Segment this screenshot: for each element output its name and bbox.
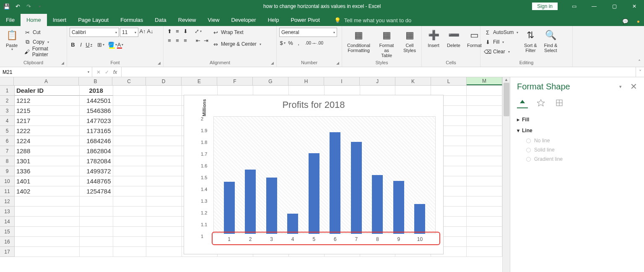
cell-C10[interactable] — [113, 176, 147, 186]
row-header-2[interactable]: 2 — [0, 96, 15, 106]
cell-A8[interactable]: 1301 — [15, 156, 80, 166]
cell-D8[interactable] — [146, 156, 182, 166]
column-header-A[interactable]: A — [14, 77, 79, 85]
name-box-dropdown-icon[interactable]: ▾ — [88, 70, 89, 74]
percent-format-icon[interactable]: % — [287, 39, 294, 46]
cell-B9[interactable]: 1499372 — [80, 166, 113, 176]
fx-icon[interactable]: fx — [113, 69, 117, 75]
name-box-input[interactable] — [3, 69, 88, 75]
row-header-7[interactable]: 7 — [0, 146, 15, 156]
save-icon[interactable]: 💾 — [3, 3, 10, 10]
tab-review[interactable]: Review — [172, 14, 202, 26]
cell-C7[interactable] — [113, 146, 147, 156]
column-header-E[interactable]: E — [182, 77, 217, 85]
column-header-F[interactable]: F — [217, 77, 253, 85]
cell-B3[interactable]: 1546386 — [80, 106, 113, 116]
cell-A15[interactable] — [15, 227, 80, 237]
row-header-10[interactable]: 10 — [0, 176, 15, 186]
bar-7[interactable] — [351, 142, 362, 234]
cell-C2[interactable] — [113, 96, 147, 106]
cell-A7[interactable]: 1288 — [15, 146, 80, 156]
conditional-formatting-button[interactable]: ▦Conditional Formatting — [345, 28, 373, 54]
cell-B6[interactable]: 1684246 — [80, 136, 113, 146]
cell-A13[interactable] — [15, 207, 80, 217]
cell-M7[interactable] — [467, 146, 502, 156]
tell-me[interactable]: 💡 Tell me what you want to do — [334, 17, 411, 26]
increase-font-icon[interactable]: A↑ — [139, 28, 146, 34]
pane-tab-fill-line[interactable] — [517, 97, 528, 108]
cell-C9[interactable] — [113, 166, 147, 176]
cell-A14[interactable] — [15, 217, 80, 227]
bold-button[interactable]: B — [70, 41, 76, 48]
cell-D7[interactable] — [146, 146, 182, 156]
tab-view[interactable]: View — [202, 14, 225, 26]
tab-developer[interactable]: Developer — [225, 14, 262, 26]
cell-A10[interactable]: 1401 — [15, 176, 80, 186]
cell-A3[interactable]: 1215 — [15, 106, 80, 116]
chart-plot-area[interactable]: 11.11.21.31.41.51.61.71.81.92 — [213, 116, 436, 234]
sign-in-button[interactable]: Sign in — [532, 3, 558, 10]
cell-M8[interactable] — [467, 156, 502, 166]
number-format-combo[interactable]: General▾ — [279, 28, 337, 37]
clear-button[interactable]: ⌫Clear▾ — [483, 47, 519, 56]
sort-filter-button[interactable]: ⇅Sort & Filter — [521, 28, 540, 54]
row-header-11[interactable]: 11 — [0, 186, 15, 196]
cell-A6[interactable]: 1224 — [15, 136, 80, 146]
tab-power-pivot[interactable]: Power Pivot — [285, 14, 325, 26]
cell-C13[interactable] — [113, 207, 147, 217]
cell-B1[interactable]: 2018 — [80, 86, 113, 96]
row-header-9[interactable]: 9 — [0, 166, 15, 176]
cell-D16[interactable] — [146, 237, 182, 247]
align-top-icon[interactable]: ⬆ — [166, 28, 173, 34]
cut-button[interactable]: ✂Cut — [23, 28, 64, 37]
cell-D4[interactable] — [146, 116, 182, 126]
cell-B16[interactable] — [80, 237, 113, 247]
scrollbar-thumb[interactable] — [504, 83, 509, 116]
pane-section-line[interactable]: ▾Line — [517, 125, 637, 136]
cell-B4[interactable]: 1477023 — [80, 116, 113, 126]
cell-B10[interactable]: 1448765 — [80, 176, 113, 186]
accept-formula-icon[interactable]: ✓ — [105, 69, 109, 75]
redo-icon[interactable]: ↷ — [25, 3, 32, 10]
row-header-5[interactable]: 5 — [0, 126, 15, 136]
chart-title[interactable]: Profits for 2018 — [184, 95, 443, 112]
row-header-1[interactable]: 1 — [0, 86, 15, 96]
row-header-15[interactable]: 15 — [0, 227, 15, 237]
cancel-formula-icon[interactable]: ✕ — [96, 69, 101, 75]
cell-F1[interactable] — [218, 86, 253, 96]
orientation-icon[interactable]: ⤢▾ — [195, 28, 201, 34]
format-as-table-button[interactable]: ▦Format as Table — [374, 28, 399, 59]
cell-C6[interactable] — [113, 136, 147, 146]
ribbon-display-icon[interactable]: ▭ — [564, 0, 584, 13]
merge-center-button[interactable]: ⇔Merge & Center▾ — [211, 39, 262, 49]
cell-styles-button[interactable]: ▦Cell Styles — [400, 28, 419, 54]
cell-B13[interactable] — [80, 207, 113, 217]
align-bottom-icon[interactable]: ⬇ — [182, 28, 189, 34]
cell-M13[interactable] — [467, 207, 502, 217]
cell-A5[interactable]: 1222 — [15, 126, 80, 136]
autosum-button[interactable]: ΣAutoSum▾ — [483, 28, 519, 37]
cell-M17[interactable] — [467, 247, 502, 257]
cell-M14[interactable] — [467, 217, 502, 227]
alignment-dialog-launcher[interactable]: ◢ — [271, 61, 274, 65]
bar-3[interactable] — [266, 178, 277, 234]
cell-A2[interactable]: 1212 — [15, 96, 80, 106]
bar-10[interactable] — [414, 204, 425, 234]
cell-B11[interactable]: 1254784 — [80, 186, 113, 196]
cell-A9[interactable]: 1336 — [15, 166, 80, 176]
insert-cells-button[interactable]: ➕Insert — [424, 28, 443, 49]
worksheet[interactable]: ABCDEFGHIJKLM 1Dealer ID2018212121442501… — [0, 77, 502, 272]
bar-9[interactable] — [393, 181, 404, 234]
cell-A11[interactable]: 1402 — [15, 186, 80, 196]
fill-button[interactable]: ⬇Fill▾ — [483, 37, 519, 47]
cell-D3[interactable] — [146, 106, 182, 116]
delete-cells-button[interactable]: ➖Delete — [444, 28, 463, 49]
cell-C11[interactable] — [113, 186, 147, 196]
cell-B15[interactable] — [80, 227, 113, 237]
cell-M11[interactable] — [467, 186, 502, 196]
undo-icon[interactable]: ↶ — [14, 3, 21, 10]
cell-A12[interactable] — [15, 196, 80, 207]
bar-1[interactable] — [224, 182, 235, 234]
cell-B14[interactable] — [80, 217, 113, 227]
column-header-L[interactable]: L — [431, 77, 467, 85]
